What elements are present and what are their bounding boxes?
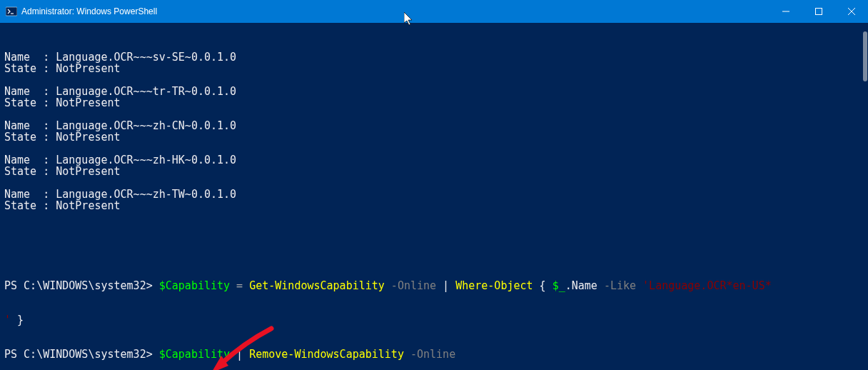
- command-line-1-wrap: ' }: [4, 314, 864, 326]
- svg-rect-0: [6, 7, 17, 16]
- maximize-button[interactable]: [802, 0, 835, 23]
- titlebar[interactable]: Administrator: Windows PowerShell: [0, 0, 868, 23]
- minimize-button[interactable]: [769, 0, 802, 23]
- close-button[interactable]: [835, 0, 868, 23]
- powershell-window: Administrator: Windows PowerShell Name :…: [0, 0, 868, 370]
- scrollbar[interactable]: [858, 23, 868, 370]
- terminal-output[interactable]: Name : Language.OCR~~~sv-SE~0.0.1.0State…: [0, 23, 868, 370]
- window-controls: [769, 0, 868, 23]
- capability-entry: Name : Language.OCR~~~zh-CN~0.0.1.0State…: [4, 120, 864, 143]
- capability-entry: Name : Language.OCR~~~zh-TW~0.0.1.0State…: [4, 189, 864, 211]
- svg-rect-1: [816, 9, 822, 15]
- capability-entry: Name : Language.OCR~~~tr-TR~0.0.1.0State…: [4, 86, 864, 109]
- command-line-1: PS C:\WINDOWS\system32> $Capability = Ge…: [4, 280, 864, 291]
- powershell-icon: [6, 6, 17, 17]
- capability-entry: Name : Language.OCR~~~zh-HK~0.0.1.0State…: [4, 154, 864, 177]
- scrollbar-thumb[interactable]: [863, 31, 867, 81]
- window-title: Administrator: Windows PowerShell: [21, 6, 769, 16]
- command-line-2: PS C:\WINDOWS\system32> $Capability | Re…: [4, 349, 864, 360]
- capability-entry: Name : Language.OCR~~~sv-SE~0.0.1.0State…: [4, 51, 864, 74]
